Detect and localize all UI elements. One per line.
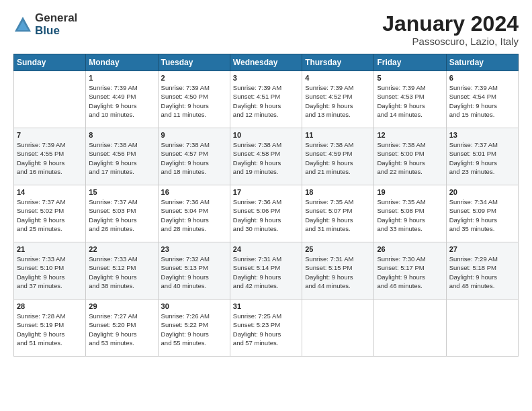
cell-info: Sunrise: 7:25 AM Sunset: 5:23 PM Dayligh… [233, 312, 299, 347]
calendar-cell: 13Sunrise: 7:37 AM Sunset: 5:01 PM Dayli… [446, 128, 518, 185]
calendar-cell: 10Sunrise: 7:38 AM Sunset: 4:58 PM Dayli… [230, 128, 302, 185]
calendar-cell: 29Sunrise: 7:27 AM Sunset: 5:20 PM Dayli… [86, 300, 158, 357]
cell-info: Sunrise: 7:39 AM Sunset: 4:49 PM Dayligh… [89, 83, 154, 119]
day-number: 14 [17, 188, 83, 196]
cell-info: Sunrise: 7:34 AM Sunset: 5:09 PM Dayligh… [449, 197, 515, 233]
col-header-saturday: Saturday [446, 54, 518, 71]
day-number: 2 [161, 74, 227, 82]
calendar-cell: 27Sunrise: 7:29 AM Sunset: 5:18 PM Dayli… [446, 242, 518, 300]
day-number: 26 [377, 245, 443, 253]
calendar-cell: 25Sunrise: 7:31 AM Sunset: 5:15 PM Dayli… [302, 242, 374, 300]
header: General Blue January 2024 Passoscuro, La… [13, 12, 519, 47]
logo-blue: Blue [35, 25, 77, 38]
calendar-cell: 20Sunrise: 7:34 AM Sunset: 5:09 PM Dayli… [446, 185, 518, 242]
main-title: January 2024 [382, 12, 519, 36]
calendar-cell: 31Sunrise: 7:25 AM Sunset: 5:23 PM Dayli… [230, 300, 302, 357]
calendar-cell: 11Sunrise: 7:38 AM Sunset: 4:59 PM Dayli… [302, 128, 374, 185]
week-row-2: 7Sunrise: 7:39 AM Sunset: 4:55 PM Daylig… [14, 128, 519, 185]
cell-info: Sunrise: 7:38 AM Sunset: 4:56 PM Dayligh… [89, 140, 154, 176]
day-number: 31 [233, 302, 299, 310]
day-number: 9 [161, 131, 227, 139]
week-row-4: 21Sunrise: 7:33 AM Sunset: 5:10 PM Dayli… [14, 242, 519, 300]
subtitle: Passoscuro, Lazio, Italy [382, 36, 519, 47]
logo-icon [13, 15, 32, 34]
cell-info: Sunrise: 7:35 AM Sunset: 5:07 PM Dayligh… [305, 197, 371, 233]
week-row-1: 1Sunrise: 7:39 AM Sunset: 4:49 PM Daylig… [14, 71, 519, 128]
calendar-cell: 26Sunrise: 7:30 AM Sunset: 5:17 PM Dayli… [374, 242, 446, 300]
calendar-cell [446, 300, 518, 357]
day-number: 8 [89, 131, 154, 139]
day-number: 1 [89, 74, 154, 82]
calendar-cell: 17Sunrise: 7:36 AM Sunset: 5:06 PM Dayli… [230, 185, 302, 242]
calendar-cell: 4Sunrise: 7:39 AM Sunset: 4:52 PM Daylig… [302, 71, 374, 128]
day-number: 29 [89, 302, 154, 310]
calendar-cell [374, 300, 446, 357]
week-row-3: 14Sunrise: 7:37 AM Sunset: 5:02 PM Dayli… [14, 185, 519, 242]
calendar-cell: 1Sunrise: 7:39 AM Sunset: 4:49 PM Daylig… [86, 71, 158, 128]
day-number: 5 [377, 74, 443, 82]
day-number: 10 [233, 131, 299, 139]
day-number: 4 [305, 74, 371, 82]
cell-info: Sunrise: 7:38 AM Sunset: 5:00 PM Dayligh… [377, 140, 443, 176]
day-number: 12 [377, 131, 443, 139]
calendar-cell: 5Sunrise: 7:39 AM Sunset: 4:53 PM Daylig… [374, 71, 446, 128]
cell-info: Sunrise: 7:35 AM Sunset: 5:08 PM Dayligh… [377, 197, 443, 233]
cell-info: Sunrise: 7:38 AM Sunset: 4:59 PM Dayligh… [305, 140, 371, 176]
calendar-cell: 2Sunrise: 7:39 AM Sunset: 4:50 PM Daylig… [158, 71, 230, 128]
col-header-wednesday: Wednesday [230, 54, 302, 71]
day-number: 6 [449, 74, 515, 82]
cell-info: Sunrise: 7:39 AM Sunset: 4:54 PM Dayligh… [449, 83, 515, 119]
calendar-cell: 8Sunrise: 7:38 AM Sunset: 4:56 PM Daylig… [86, 128, 158, 185]
calendar-table: SundayMondayTuesdayWednesdayThursdayFrid… [13, 54, 519, 357]
day-number: 7 [17, 131, 83, 139]
calendar-cell: 15Sunrise: 7:37 AM Sunset: 5:03 PM Dayli… [86, 185, 158, 242]
day-number: 28 [17, 302, 83, 310]
calendar-cell: 7Sunrise: 7:39 AM Sunset: 4:55 PM Daylig… [14, 128, 86, 185]
cell-info: Sunrise: 7:39 AM Sunset: 4:50 PM Dayligh… [161, 83, 227, 119]
calendar-cell: 22Sunrise: 7:33 AM Sunset: 5:12 PM Dayli… [86, 242, 158, 300]
calendar-cell: 21Sunrise: 7:33 AM Sunset: 5:10 PM Dayli… [14, 242, 86, 300]
day-number: 25 [305, 245, 371, 253]
col-header-tuesday: Tuesday [158, 54, 230, 71]
calendar-cell: 16Sunrise: 7:36 AM Sunset: 5:04 PM Dayli… [158, 185, 230, 242]
calendar-cell: 6Sunrise: 7:39 AM Sunset: 4:54 PM Daylig… [446, 71, 518, 128]
calendar-cell: 14Sunrise: 7:37 AM Sunset: 5:02 PM Dayli… [14, 185, 86, 242]
cell-info: Sunrise: 7:39 AM Sunset: 4:52 PM Dayligh… [305, 83, 371, 119]
day-number: 24 [233, 245, 299, 253]
logo-general: General [35, 12, 77, 25]
calendar-cell: 18Sunrise: 7:35 AM Sunset: 5:07 PM Dayli… [302, 185, 374, 242]
col-header-monday: Monday [86, 54, 158, 71]
cell-info: Sunrise: 7:36 AM Sunset: 5:06 PM Dayligh… [233, 197, 299, 233]
day-number: 18 [305, 188, 371, 196]
day-number: 17 [233, 188, 299, 196]
calendar-cell: 24Sunrise: 7:31 AM Sunset: 5:14 PM Dayli… [230, 242, 302, 300]
calendar-cell [14, 71, 86, 128]
day-number: 30 [161, 302, 227, 310]
cell-info: Sunrise: 7:36 AM Sunset: 5:04 PM Dayligh… [161, 197, 227, 233]
calendar-cell: 9Sunrise: 7:38 AM Sunset: 4:57 PM Daylig… [158, 128, 230, 185]
day-number: 23 [161, 245, 227, 253]
cell-info: Sunrise: 7:38 AM Sunset: 4:57 PM Dayligh… [161, 140, 227, 176]
cell-info: Sunrise: 7:30 AM Sunset: 5:17 PM Dayligh… [377, 255, 443, 290]
cell-info: Sunrise: 7:37 AM Sunset: 5:02 PM Dayligh… [17, 197, 83, 233]
title-block: January 2024 Passoscuro, Lazio, Italy [382, 12, 519, 47]
cell-info: Sunrise: 7:33 AM Sunset: 5:10 PM Dayligh… [17, 255, 83, 290]
header-row: SundayMondayTuesdayWednesdayThursdayFrid… [14, 54, 519, 71]
cell-info: Sunrise: 7:39 AM Sunset: 4:51 PM Dayligh… [233, 83, 299, 119]
calendar-cell: 3Sunrise: 7:39 AM Sunset: 4:51 PM Daylig… [230, 71, 302, 128]
day-number: 11 [305, 131, 371, 139]
day-number: 21 [17, 245, 83, 253]
day-number: 22 [89, 245, 154, 253]
cell-info: Sunrise: 7:39 AM Sunset: 4:55 PM Dayligh… [17, 140, 83, 176]
cell-info: Sunrise: 7:37 AM Sunset: 5:01 PM Dayligh… [449, 140, 515, 176]
col-header-friday: Friday [374, 54, 446, 71]
calendar-cell: 23Sunrise: 7:32 AM Sunset: 5:13 PM Dayli… [158, 242, 230, 300]
cell-info: Sunrise: 7:26 AM Sunset: 5:22 PM Dayligh… [161, 312, 227, 347]
logo: General Blue [13, 12, 77, 37]
cell-info: Sunrise: 7:31 AM Sunset: 5:15 PM Dayligh… [305, 255, 371, 290]
calendar-cell: 30Sunrise: 7:26 AM Sunset: 5:22 PM Dayli… [158, 300, 230, 357]
cell-info: Sunrise: 7:33 AM Sunset: 5:12 PM Dayligh… [89, 255, 154, 290]
day-number: 3 [233, 74, 299, 82]
day-number: 20 [449, 188, 515, 196]
day-number: 19 [377, 188, 443, 196]
